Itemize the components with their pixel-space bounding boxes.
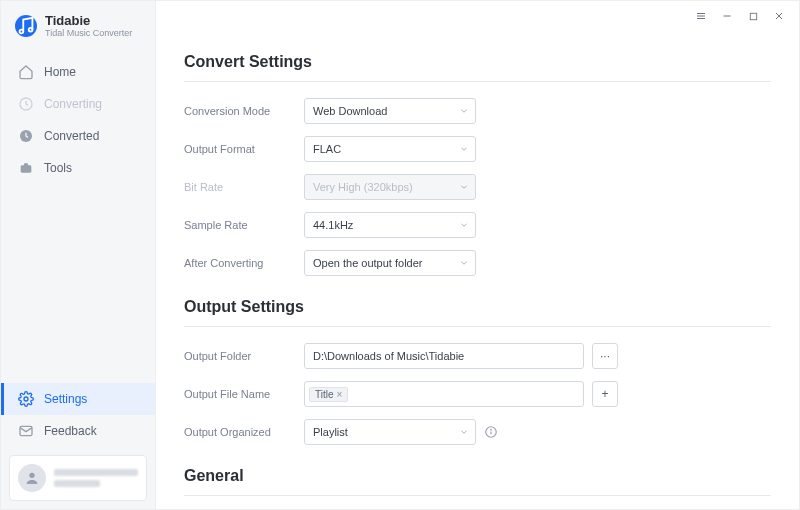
svg-rect-5	[24, 163, 28, 166]
sample-rate-label: Sample Rate	[184, 219, 304, 231]
sidebar-item-converting: Converting	[1, 88, 155, 120]
brand-logo-icon	[15, 15, 37, 37]
sidebar-item-feedback[interactable]: Feedback	[1, 415, 155, 447]
sidebar-item-label: Converted	[44, 129, 99, 143]
output-filename-label: Output File Name	[184, 388, 304, 400]
sidebar-item-home[interactable]: Home	[1, 56, 155, 88]
sidebar-item-label: Settings	[44, 392, 87, 406]
svg-rect-4	[21, 165, 32, 172]
app-window: Tidabie Tidal Music Converter Home Conve…	[0, 0, 800, 510]
brand: Tidabie Tidal Music Converter	[1, 1, 155, 52]
svg-rect-13	[750, 13, 756, 19]
select-value: Web Download	[313, 105, 387, 117]
chevron-down-icon	[459, 258, 469, 268]
nav: Home Converting Converted Tools	[1, 52, 155, 184]
select-value: Playlist	[313, 426, 348, 438]
sidebar-item-label: Converting	[44, 97, 102, 111]
titlebar	[156, 1, 799, 31]
after-converting-select[interactable]: Open the output folder	[304, 250, 476, 276]
after-converting-label: After Converting	[184, 257, 304, 269]
output-organized-label: Output Organized	[184, 426, 304, 438]
browse-folder-button[interactable]: ···	[592, 343, 618, 369]
conversion-mode-select[interactable]: Web Download	[304, 98, 476, 124]
avatar-icon	[18, 464, 46, 492]
brand-text: Tidabie Tidal Music Converter	[45, 13, 132, 38]
feedback-icon	[18, 423, 34, 439]
converted-icon	[18, 128, 34, 144]
bitrate-select: Very High (320kbps)	[304, 174, 476, 200]
sidebar-item-converted[interactable]: Converted	[1, 120, 155, 152]
chip-label: Title	[315, 389, 334, 400]
user-card[interactable]	[9, 455, 147, 501]
user-info-placeholder	[54, 469, 138, 487]
select-value: 44.1kHz	[313, 219, 353, 231]
add-filename-token-button[interactable]: +	[592, 381, 618, 407]
svg-point-0	[20, 29, 24, 33]
plus-icon: +	[601, 387, 608, 401]
sidebar-item-tools[interactable]: Tools	[1, 152, 155, 184]
section-title-output: Output Settings	[184, 298, 771, 316]
chevron-down-icon	[459, 106, 469, 116]
svg-point-8	[29, 473, 34, 478]
chevron-down-icon	[459, 182, 469, 192]
section-title-general: General	[184, 467, 771, 485]
output-format-label: Output Format	[184, 143, 304, 155]
output-folder-label: Output Folder	[184, 350, 304, 362]
menu-button[interactable]	[689, 4, 713, 28]
output-organized-select[interactable]: Playlist	[304, 419, 476, 445]
filename-chip-title[interactable]: Title ×	[309, 387, 348, 402]
sample-rate-select[interactable]: 44.1kHz	[304, 212, 476, 238]
sidebar-item-label: Feedback	[44, 424, 97, 438]
brand-subtitle: Tidal Music Converter	[45, 28, 132, 38]
sidebar-item-settings[interactable]: Settings	[1, 383, 155, 415]
info-icon[interactable]	[484, 425, 498, 439]
gear-icon	[18, 391, 34, 407]
home-icon	[18, 64, 34, 80]
svg-point-1	[29, 27, 33, 31]
svg-point-6	[24, 397, 28, 401]
sidebar-item-label: Home	[44, 65, 76, 79]
select-value: FLAC	[313, 143, 341, 155]
output-format-select[interactable]: FLAC	[304, 136, 476, 162]
settings-content[interactable]: Convert Settings Conversion Mode Web Dow…	[156, 31, 799, 509]
converting-icon	[18, 96, 34, 112]
chevron-down-icon	[459, 144, 469, 154]
close-button[interactable]	[767, 4, 791, 28]
sidebar: Tidabie Tidal Music Converter Home Conve…	[1, 1, 156, 509]
tools-icon	[18, 160, 34, 176]
input-value: D:\Downloads of Music\Tidabie	[313, 350, 464, 362]
chip-remove-icon[interactable]: ×	[337, 389, 343, 400]
svg-point-18	[491, 429, 492, 430]
output-filename-input[interactable]: Title ×	[304, 381, 584, 407]
sidebar-item-label: Tools	[44, 161, 72, 175]
chevron-down-icon	[459, 220, 469, 230]
bitrate-label: Bit Rate	[184, 181, 304, 193]
brand-name: Tidabie	[45, 13, 132, 28]
select-value: Open the output folder	[313, 257, 422, 269]
conversion-mode-label: Conversion Mode	[184, 105, 304, 117]
divider	[184, 81, 771, 82]
nav-bottom: Settings Feedback	[1, 379, 155, 447]
chevron-down-icon	[459, 427, 469, 437]
main: Convert Settings Conversion Mode Web Dow…	[156, 1, 799, 509]
ellipsis-icon: ···	[600, 349, 610, 363]
divider	[184, 326, 771, 327]
section-title-convert: Convert Settings	[184, 53, 771, 71]
minimize-button[interactable]	[715, 4, 739, 28]
output-folder-input[interactable]: D:\Downloads of Music\Tidabie	[304, 343, 584, 369]
maximize-button[interactable]	[741, 4, 765, 28]
divider	[184, 495, 771, 496]
select-value: Very High (320kbps)	[313, 181, 413, 193]
